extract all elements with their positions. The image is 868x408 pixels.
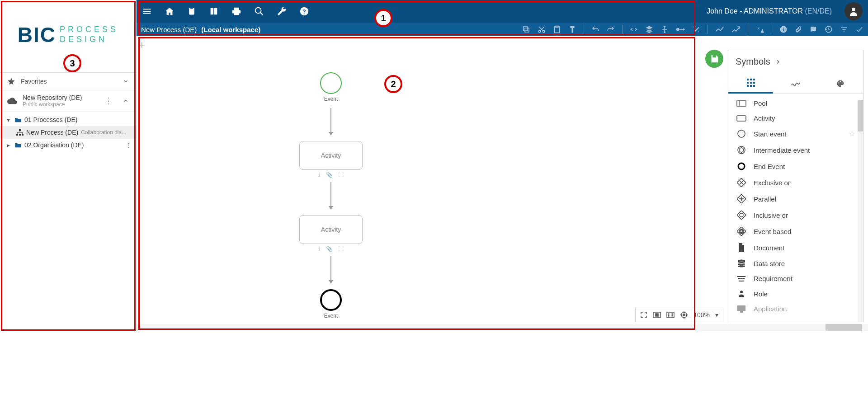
comment-icon[interactable] — [809, 25, 817, 33]
center-icon[interactable] — [680, 311, 688, 319]
svg-rect-43 — [750, 85, 752, 87]
fullscreen-icon[interactable] — [640, 311, 647, 319]
symbols-title-row[interactable]: Symbols — [728, 50, 863, 73]
svg-text:?: ? — [302, 8, 306, 15]
wrench-icon[interactable] — [277, 6, 287, 16]
symbol-item-intermediate-event[interactable]: Intermediate event — [728, 142, 863, 158]
info-icon[interactable]: i — [779, 25, 788, 33]
activity-node[interactable]: Activity — [299, 215, 363, 244]
symbol-item-exclusive-or[interactable]: Exclusive or — [728, 174, 863, 191]
svg-rect-3 — [22, 134, 24, 136]
menu-icon[interactable] — [142, 6, 152, 16]
more-icon[interactable]: ⋮ — [104, 96, 113, 106]
svg-rect-61 — [737, 211, 746, 220]
magic-icon[interactable] — [692, 25, 700, 33]
zoom-bar: 100% ▾ — [635, 308, 723, 322]
redo-icon[interactable] — [607, 25, 615, 33]
chevron-down-icon[interactable] — [123, 78, 129, 84]
end-event-node[interactable] — [320, 289, 342, 311]
sequence-flow[interactable] — [330, 108, 331, 135]
undo-icon[interactable] — [591, 25, 599, 33]
symbol-item-inclusive-or[interactable]: Inclusive or — [728, 207, 863, 223]
sidebar: BIC PROCESS DESIGN Favorites New Rep — [0, 0, 137, 331]
svg-point-54 — [738, 163, 745, 169]
avatar[interactable] — [844, 2, 863, 20]
symbols-tab-freehand[interactable] — [773, 73, 818, 94]
svg-rect-42 — [747, 85, 749, 87]
format-painter-icon[interactable] — [568, 25, 576, 33]
symbols-tab-grid[interactable] — [728, 73, 773, 94]
sequence-flow[interactable] — [330, 182, 331, 209]
dropdown-icon[interactable]: ▾ — [715, 311, 718, 319]
canvas[interactable]: + Event Activity ℹ📎⛶ Activity ℹ📎⛶ Event — [137, 36, 868, 331]
home-icon[interactable] — [165, 6, 175, 16]
cut-icon[interactable] — [538, 25, 546, 33]
logo: BIC PROCESS DESIGN — [0, 0, 136, 72]
tree-item-organisation[interactable]: ▸ 02 Organisation (DE) ⋮ — [0, 139, 136, 151]
start-event-node[interactable] — [320, 72, 342, 94]
add-corner-icon[interactable]: + — [138, 38, 145, 52]
activity-node[interactable]: Activity — [299, 141, 363, 170]
trend-icon[interactable] — [731, 25, 741, 33]
translate-icon[interactable] — [755, 25, 764, 33]
symbol-item-application[interactable]: Application — [728, 301, 863, 316]
svg-rect-39 — [747, 82, 749, 84]
logo-sub: PROCESS DESIGN — [60, 25, 118, 44]
paste-icon[interactable] — [553, 25, 561, 33]
event-label: Event — [324, 313, 338, 319]
resize-icon[interactable] — [630, 25, 638, 33]
attachment-icon[interactable] — [795, 25, 802, 33]
symbol-item-role[interactable]: Role — [728, 286, 863, 301]
fit-page-icon[interactable] — [666, 312, 675, 318]
horizontal-scrollbar[interactable] — [137, 324, 868, 331]
chevron-up-icon[interactable] — [123, 98, 129, 104]
svg-point-30 — [695, 26, 696, 27]
svg-point-82 — [683, 314, 685, 316]
history-icon[interactable] — [825, 25, 833, 33]
print-icon[interactable] — [231, 6, 241, 16]
symbol-item-start-event[interactable]: Start event☆ — [728, 126, 863, 142]
svg-rect-44 — [753, 85, 755, 87]
zoom-value[interactable]: 100% — [693, 311, 710, 319]
search-icon[interactable] — [254, 6, 264, 16]
svg-point-72 — [740, 291, 743, 293]
save-button[interactable] — [705, 50, 723, 68]
fit-width-icon[interactable] — [653, 312, 661, 318]
connector-icon[interactable] — [676, 25, 685, 33]
more-icon[interactable]: ⋮ — [125, 141, 132, 149]
align-icon[interactable] — [660, 25, 669, 33]
tree-item-new-process[interactable]: New Process (DE) Collaboration dia... — [0, 126, 136, 139]
svg-rect-77 — [667, 312, 674, 318]
filter-icon[interactable] — [840, 25, 848, 33]
clipboard-icon[interactable] — [187, 6, 196, 16]
sequence-flow[interactable] — [330, 256, 331, 283]
layers-icon[interactable] — [645, 25, 653, 33]
symbol-item-pool[interactable]: Pool — [728, 96, 863, 111]
symbol-item-parallel[interactable]: Parallel — [728, 191, 863, 207]
symbol-item-document[interactable]: Document — [728, 239, 863, 256]
symbol-item-data-store[interactable]: Data store — [728, 256, 863, 271]
star-icon[interactable]: ☆ — [849, 130, 855, 138]
tree-item-processes[interactable]: ▾ 01 Processes (DE) — [0, 113, 136, 126]
line-chart-icon[interactable] — [715, 25, 724, 33]
check-icon[interactable] — [855, 25, 863, 33]
svg-point-45 — [838, 82, 839, 83]
copy-icon[interactable] — [522, 25, 530, 33]
repository-row[interactable]: New Repository (DE) Public workspace ⋮ — [0, 90, 136, 112]
editor-toolbar: New Process (DE) (Local workspace) — [137, 23, 868, 36]
help-icon[interactable]: ? — [299, 6, 309, 16]
workspace-label: (Local workspace) — [201, 26, 260, 33]
tree-label: New Process (DE) — [26, 129, 78, 136]
symbols-list: Pool Activity Start event☆ Intermediate … — [728, 94, 863, 322]
symbol-item-end-event[interactable]: End Event — [728, 158, 863, 174]
favorites-row[interactable]: Favorites — [0, 72, 136, 90]
svg-rect-15 — [525, 28, 529, 32]
symbol-item-requirement[interactable]: Requirement — [728, 271, 863, 286]
logo-main: BIC — [18, 23, 56, 47]
svg-rect-36 — [747, 79, 749, 80]
symbols-tab-palette[interactable] — [818, 73, 863, 94]
symbols-scrollbar[interactable] — [858, 100, 863, 322]
book-icon[interactable] — [209, 6, 219, 16]
symbol-item-event-based[interactable]: Event based — [728, 223, 863, 239]
symbol-item-activity[interactable]: Activity — [728, 111, 863, 126]
